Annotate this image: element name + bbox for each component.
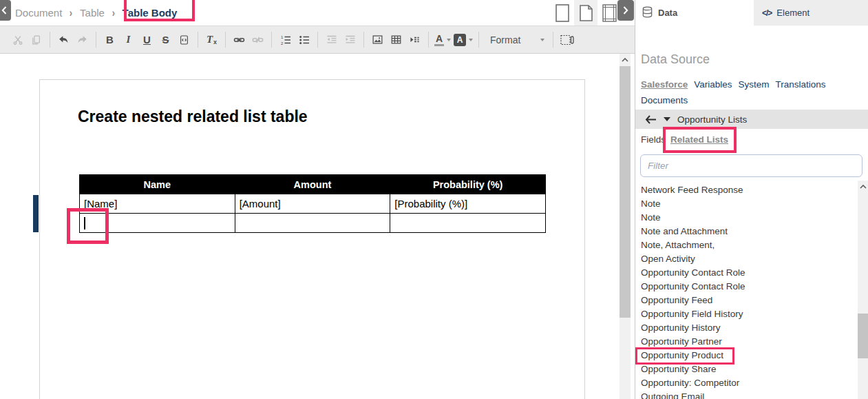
context-bar: Opportunity Lists [635,110,868,129]
tab-element-label: Element [776,8,809,18]
document-table[interactable]: NameAmountProbability (%)[Name][Amount][… [79,174,546,233]
filter-input[interactable] [640,154,862,177]
outdent-icon[interactable] [322,30,341,50]
database-icon [642,6,653,20]
breadcrumb-item-document[interactable]: Document [15,7,62,19]
breadcrumb-separator-icon: › [112,6,115,20]
editor-toolbar: BIUSTx12AAFormat [0,25,635,54]
list-item[interactable]: Note [635,211,858,225]
link-icon[interactable] [230,30,248,50]
chevron-right-icon[interactable] [617,0,634,21]
table-icon[interactable] [387,30,405,50]
table-cell[interactable] [390,214,546,233]
list-item[interactable]: Opportunity Partner [635,335,858,349]
source-link-documents[interactable]: Documents [641,93,688,108]
source-link-variables[interactable]: Variables [694,77,732,92]
source-link-salesforce[interactable]: Salesforce [641,77,688,92]
tab-data[interactable]: Data [642,0,677,25]
list-item[interactable]: Opportunity Contact Role [635,266,858,280]
insert-block-icon[interactable] [405,30,424,50]
unlink-icon[interactable] [248,30,267,50]
breadcrumb-separator-icon: › [70,6,72,20]
format-dropdown[interactable]: Format [483,30,549,50]
list-item[interactable]: Note and Attachment [635,225,858,238]
table-cell[interactable]: [Amount] [235,194,390,214]
source-link-system[interactable]: System [739,77,770,92]
undo-icon[interactable] [54,30,73,50]
table-row[interactable]: [Name][Amount][Probability (%)] [80,194,546,214]
bulleted-list-icon[interactable] [295,30,313,50]
back-arrow-icon[interactable] [645,115,657,124]
list-item[interactable]: Note, Attachment, [635,238,858,252]
table-row[interactable] [80,214,546,233]
view-links: Fields Related Lists [641,134,728,145]
list-item[interactable]: Network Feed Response [635,183,858,197]
list-item[interactable]: Opportunity: Competitor [635,376,858,390]
table-header-cell[interactable]: Probability (%) [390,175,546,194]
list-item[interactable]: Opportunity Product [635,349,858,362]
code-icon: </> [762,8,772,18]
related-lists-link[interactable]: Related Lists [670,134,728,145]
text-caret [84,217,85,229]
scroll-up-icon[interactable] [620,54,631,66]
copy-icon[interactable] [27,30,45,50]
scroll-up-icon[interactable] [858,181,868,193]
code-doc-icon[interactable] [175,30,193,50]
redo-icon[interactable] [73,30,92,50]
table-cell[interactable]: [Name] [80,194,235,214]
table-cell[interactable]: [Probability (%)] [390,194,546,214]
bold-icon[interactable]: B [100,30,119,50]
table-header-cell[interactable]: Amount [235,175,390,194]
list-item[interactable]: Note [635,197,858,211]
toolbar-divider [553,32,553,48]
panel-title: Data Source [641,52,710,67]
chevron-left-icon[interactable] [0,0,11,21]
list-item[interactable]: Outgoing Email [635,390,858,399]
dogear-page-icon[interactable] [574,0,597,25]
page-view-buttons [551,0,621,25]
list-item[interactable]: Opportunity History [635,321,858,335]
italic-icon[interactable]: I [119,30,138,50]
list-item[interactable]: Opportunity Share [635,362,858,376]
underline-icon[interactable]: U [138,30,156,50]
fields-link[interactable]: Fields [641,134,666,145]
svg-text:1: 1 [281,34,284,39]
table-cell[interactable] [80,214,235,233]
editor-canvas[interactable]: Create nested related list table NameAmo… [0,54,635,399]
scrollbar-thumb[interactable] [620,66,631,318]
toolbar-divider [225,32,226,48]
scrollbar-thumb[interactable] [858,314,868,358]
cut-icon[interactable] [8,30,27,50]
data-side-panel: Data </> Element Data Source SalesforceV… [635,0,868,399]
editor-pane: Document›Table›Table Body BIUSTx12AAForm… [0,0,635,399]
tab-data-label: Data [658,8,677,18]
list-item[interactable]: Open Activity [635,252,858,266]
document-page[interactable]: Create nested related list table NameAmo… [39,79,585,399]
toolbar-divider [363,32,364,48]
canvas-scrollbar[interactable] [620,54,631,399]
table-header-cell[interactable]: Name [80,175,235,194]
context-label: Opportunity Lists [677,114,747,125]
panel-scrollbar[interactable] [858,181,868,399]
numbered-list-icon[interactable]: 12 [276,30,295,50]
tab-element[interactable]: </> Element [754,0,868,25]
indent-icon[interactable] [341,30,359,50]
text-color-icon[interactable]: A [433,30,452,50]
list-item[interactable]: Opportunity Field History [635,307,858,321]
bg-color-icon[interactable]: A [452,30,474,50]
toolbar-divider [428,32,429,48]
breadcrumb-item-table[interactable]: Table [80,7,105,19]
show-blocks-icon[interactable] [558,30,576,50]
source-link-translations[interactable]: Translations [776,77,826,92]
strikethrough-icon[interactable]: S [156,30,175,50]
breadcrumb-item-table-body[interactable]: Table Body [123,7,178,19]
table-cell[interactable] [235,214,390,233]
toolbar-divider [50,32,50,48]
image-icon[interactable] [368,30,387,50]
remove-format-icon[interactable]: Tx [202,30,221,50]
data-source-links: SalesforceVariablesSystemTranslationsDoc… [641,77,840,108]
list-item[interactable]: Opportunity Feed [635,294,858,307]
dropdown-caret-icon[interactable] [664,117,670,121]
blank-page-icon[interactable] [551,0,574,25]
list-item[interactable]: Opportunity Contact Role [635,280,858,294]
